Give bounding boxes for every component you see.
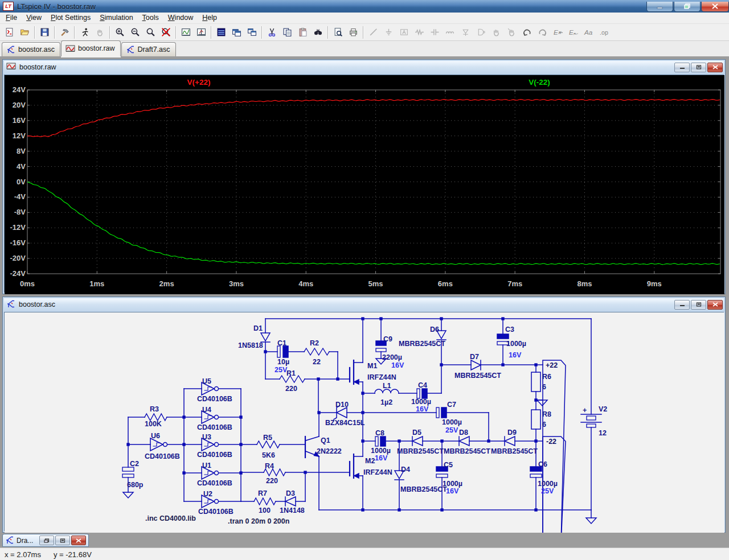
wave-close-button[interactable] — [707, 63, 723, 72]
y-axis-tick-label: 20V — [13, 101, 26, 109]
y-axis-tick-label: 4V — [17, 162, 26, 171]
schematic-label: R8 — [542, 410, 551, 418]
print-preview-icon[interactable] — [330, 25, 346, 40]
inductor-icon — [443, 25, 458, 40]
menu-plot-settings[interactable]: Plot Settings — [46, 13, 95, 23]
toolbar-separator — [109, 26, 110, 39]
waveform-window-title: boostor.raw — [19, 63, 56, 71]
control-panel-hammer-icon[interactable] — [57, 25, 72, 40]
menu-file[interactable]: File — [1, 13, 22, 23]
menu-view[interactable]: View — [22, 13, 46, 23]
schematic-label: 16V — [375, 454, 388, 462]
mini-maximize-button[interactable] — [55, 536, 70, 545]
schematic-label: C1 — [277, 339, 286, 347]
toolbar-separator — [363, 26, 364, 39]
toolbar-separator — [74, 26, 75, 39]
cut-icon[interactable] — [264, 25, 280, 40]
schematic-label: 1000µ — [371, 447, 391, 455]
y-axis-tick-label: 24V — [13, 85, 26, 94]
autorange-plot-icon[interactable] — [178, 25, 194, 40]
x-axis-tick-label: 2ms — [159, 279, 174, 288]
tab-boostor-raw[interactable]: boostor.raw — [61, 40, 121, 56]
cascade-windows-icon[interactable] — [229, 25, 244, 40]
minimize-button[interactable] — [646, 2, 673, 12]
schematic-label: CD40106B — [197, 451, 232, 459]
title-bar[interactable]: LT LTspice IV - boostor.raw — [0, 0, 729, 13]
schem-close-button[interactable] — [707, 300, 723, 310]
toolbar: E⇤E⤾Aa.op — [0, 24, 729, 41]
rotate-icon: E⤾ — [566, 25, 581, 40]
waveform-window-titlebar[interactable]: boostor.raw — [4, 61, 724, 73]
schematic-label: C2 — [130, 460, 139, 468]
x-axis-tick-label: 7ms — [507, 279, 522, 288]
tab-Draft7-asc[interactable]: Draft7.asc — [121, 42, 176, 56]
schematic-label: C4 — [418, 381, 427, 389]
schematic-window-titlebar[interactable]: boostor.asc — [4, 298, 724, 311]
schem-restore-button[interactable] — [691, 300, 706, 310]
schematic-label: 25V — [445, 426, 458, 434]
schematic-label: R5 — [263, 434, 272, 442]
trace-label[interactable]: V(-22) — [529, 78, 550, 87]
redo-icon[interactable] — [535, 25, 550, 40]
schematic-label: C7 — [447, 401, 456, 409]
minimized-window-draft7[interactable]: Dra... — [2, 534, 89, 547]
x-axis-tick-label: 0ms — [20, 279, 35, 288]
ground-icon — [381, 25, 396, 40]
zoom-out-icon[interactable] — [128, 25, 143, 40]
y-axis-tick-label: -20V — [10, 254, 26, 262]
print-icon[interactable] — [346, 25, 361, 40]
schematic-label: CD40106B — [197, 423, 232, 431]
run-simulation-icon[interactable] — [77, 25, 92, 40]
save-icon[interactable] — [37, 25, 52, 40]
schematic-icon — [6, 299, 15, 310]
zoom-full-extents-icon[interactable] — [158, 25, 174, 40]
schematic-label: 1000µ — [538, 480, 558, 488]
arrange-windows-icon[interactable] — [244, 25, 260, 40]
tile-windows-icon[interactable] — [214, 25, 229, 40]
zoom-previous-icon[interactable] — [143, 25, 158, 40]
menu-simulation[interactable]: Simulation — [95, 13, 137, 23]
schematic-label: BZX84C15L — [325, 419, 365, 427]
restore-button[interactable] — [674, 2, 701, 12]
menu-tools[interactable]: Tools — [138, 13, 163, 23]
schematic-label: MBRB2545CT — [491, 447, 538, 455]
wave-restore-button[interactable] — [691, 63, 706, 72]
find-icon[interactable] — [310, 25, 326, 40]
toolbar-separator — [211, 26, 212, 39]
schematic-label: L1 — [383, 382, 391, 390]
waveform-window: boostor.raw 24V20V16V12V8V4V0V-4V-8V-12V… — [2, 59, 726, 294]
schematic-label: C5 — [444, 461, 453, 469]
schematic-label: D7 — [470, 353, 479, 361]
schematic-label: .inc CD4000.lib — [145, 514, 196, 522]
undo-icon[interactable] — [519, 25, 535, 40]
waveform-plot[interactable]: 24V20V16V12V8V4V0V-4V-8V-12V-16V-20V-24V… — [4, 75, 724, 293]
schematic-canvas[interactable]: D11N5818C110µ25VR222R1220M1IRFZ44NC92200… — [4, 312, 724, 531]
menu-window[interactable]: Window — [163, 13, 198, 23]
schematic-label: R3 — [150, 405, 159, 413]
schematic-label: 1N5818 — [238, 341, 263, 349]
copy-icon[interactable] — [280, 25, 295, 40]
schematic-label: Q1 — [321, 437, 330, 444]
schematic-label: 1µ2 — [380, 398, 392, 406]
new-schematic-icon[interactable] — [2, 25, 17, 40]
spice-directive-icon: .op — [596, 25, 612, 40]
wave-minimize-button[interactable] — [674, 63, 690, 72]
toolbar-separator — [54, 26, 55, 39]
menu-help[interactable]: Help — [198, 13, 222, 23]
schematic-label: 22 — [313, 358, 321, 366]
trace-label[interactable]: V(+22) — [187, 78, 211, 87]
schem-minimize-button[interactable] — [674, 300, 690, 310]
toolbar-separator — [175, 26, 177, 39]
close-button[interactable] — [701, 2, 729, 12]
mirror-icon: E⇤ — [550, 25, 566, 40]
tab-boostor-asc[interactable]: boostor.asc — [2, 42, 60, 56]
mini-restore-button[interactable] — [39, 536, 54, 545]
schematic-label: V2 — [599, 405, 607, 413]
net-label-icon — [396, 25, 412, 40]
y-axis-tick-label: -12V — [10, 223, 26, 232]
mini-close-button[interactable] — [71, 536, 86, 545]
open-file-icon[interactable] — [17, 25, 32, 40]
plot-pane-icon[interactable] — [194, 25, 209, 40]
zoom-in-icon[interactable] — [112, 25, 128, 40]
schematic-label: MBRB2545CT — [397, 447, 444, 455]
